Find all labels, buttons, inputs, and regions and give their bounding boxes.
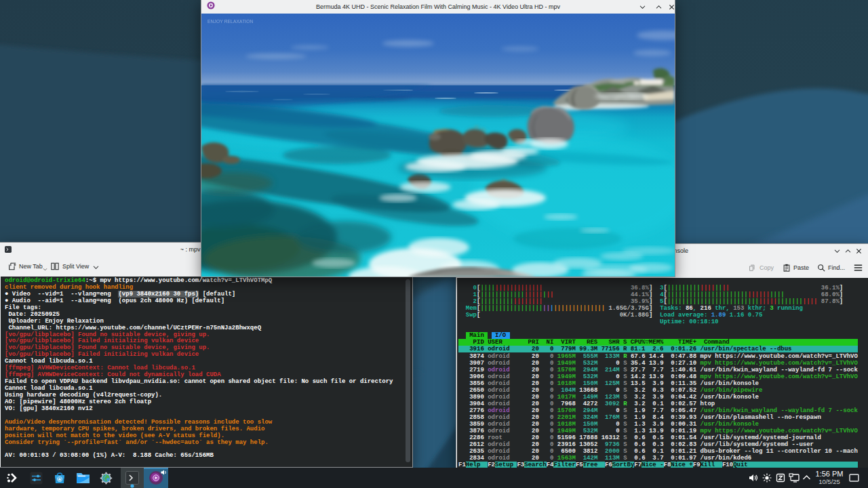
svg-text:ENJOY RELAXATION: ENJOY RELAXATION <box>208 19 254 24</box>
